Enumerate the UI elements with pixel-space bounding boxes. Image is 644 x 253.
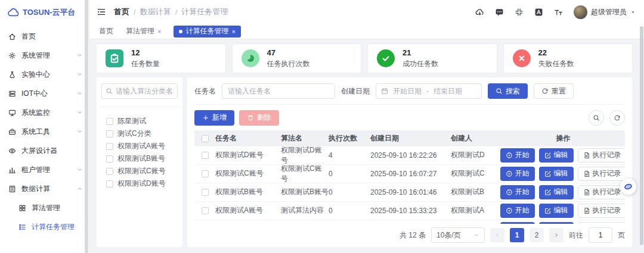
row-checkbox[interactable]	[202, 152, 209, 159]
breadcrumb-item[interactable]: 首页	[114, 7, 129, 17]
run-record-button[interactable]: 执行记录	[578, 167, 626, 181]
cell-actions: 开始编辑执行记录	[501, 167, 625, 181]
row-select-cell	[194, 207, 215, 214]
prev-page-button[interactable]	[490, 228, 504, 242]
fullscreen-button[interactable]	[515, 8, 524, 17]
checkbox[interactable]	[106, 130, 113, 138]
translate-button[interactable]	[534, 8, 543, 17]
select-all-checkbox[interactable]	[202, 135, 209, 142]
tab-label: 算法管理	[126, 26, 154, 36]
sidebar-item-monitor[interactable]: 系统监控	[0, 103, 89, 122]
pagination: 共 12 条 10条/页 12 前往	[194, 224, 625, 247]
page-button-1[interactable]: 1	[510, 228, 524, 242]
cell-task-name: 权限测试C账号	[215, 168, 281, 179]
page-size-select[interactable]: 10条/页	[431, 227, 485, 243]
checkbox[interactable]	[106, 143, 113, 150]
refresh-table-button[interactable]	[609, 110, 625, 126]
goto-page-input[interactable]	[589, 227, 612, 243]
sidebar-item-flask[interactable]: 实验中心	[0, 65, 89, 84]
column-header: 操作	[501, 133, 625, 143]
sidebar-item-label: 计算任务管理	[32, 222, 83, 232]
cell-creator: 权限测试C	[451, 168, 501, 179]
collapse-menu-icon[interactable]	[97, 7, 106, 17]
sidebar-item-chart[interactable]: 租户管理	[0, 160, 89, 179]
sidebar-item-screen[interactable]: 大屏设计器	[0, 141, 89, 160]
pie-icon	[242, 49, 259, 67]
row-checkbox[interactable]	[202, 207, 209, 214]
message-button[interactable]	[495, 8, 504, 17]
run-record-button[interactable]: 执行记录	[578, 185, 626, 199]
sidebar-item-calc[interactable]: 数据计算	[0, 179, 89, 198]
sidebar-item-grid[interactable]: 算法管理	[0, 198, 89, 217]
category-item[interactable]: 权限测试B账号	[101, 152, 178, 165]
delete-button[interactable]: 删除	[239, 110, 279, 126]
breadcrumb-item[interactable]: 计算任务管理	[181, 7, 228, 17]
checkbox[interactable]	[106, 168, 113, 175]
play-icon	[506, 207, 513, 214]
row-checkbox[interactable]	[202, 170, 209, 177]
run-record-button[interactable]: 执行记录	[578, 148, 626, 163]
edit-button[interactable]: 编辑	[539, 204, 574, 218]
category-search-box	[101, 83, 178, 99]
add-button[interactable]: 新增	[194, 110, 234, 126]
run-record-button[interactable]: 执行记录	[578, 204, 626, 218]
grid-icon	[18, 204, 26, 212]
content-area: 12任务数量47任务执行次数21成功任务数22失败任务数 陈星测试测试C分类权限…	[89, 39, 644, 253]
category-item[interactable]: 权限测试D账号	[101, 177, 178, 190]
cell-create-date: 2025-09-10 16:07:27	[370, 170, 451, 178]
sidebar-item-toolbox[interactable]: 系统工具	[0, 122, 89, 141]
category-item[interactable]: 陈星测试	[101, 115, 178, 127]
category-item[interactable]: 测试C分类	[101, 127, 178, 140]
category-item[interactable]: 权限测试C账号	[101, 165, 178, 177]
table-row: 权限测试C账号权限测试C账号02025-09-10 16:07:27权限测试C开…	[194, 165, 625, 183]
stat-label: 失败任务数	[538, 59, 574, 69]
doc-icon	[583, 152, 590, 159]
next-page-button[interactable]	[549, 228, 564, 242]
edit-button[interactable]: 编辑	[539, 185, 574, 199]
clipboard-icon	[106, 49, 123, 67]
start-button[interactable]: 开始	[500, 185, 535, 199]
checkbox[interactable]	[106, 155, 113, 163]
start-button[interactable]: 开始	[500, 204, 535, 218]
tab-1[interactable]: 算法管理×	[126, 26, 161, 36]
sidebar-item-iot[interactable]: IOT中心	[0, 84, 89, 103]
floating-widget-button[interactable]	[620, 179, 636, 195]
start-date-placeholder: 开始日期	[393, 86, 422, 96]
user-menu[interactable]: 超级管理员	[574, 5, 636, 19]
app-logo[interactable]: TOSUN-云平台	[0, 0, 89, 25]
toolbox-icon	[8, 128, 16, 136]
tab-2[interactable]: 计算任务管理×	[174, 26, 240, 38]
calc-icon	[8, 185, 16, 193]
check-icon	[380, 53, 391, 64]
sidebar-item-home[interactable]: 首页	[0, 27, 89, 46]
tab-0[interactable]: 首页	[99, 26, 113, 36]
row-checkbox[interactable]	[202, 189, 209, 196]
page-button-2[interactable]: 2	[530, 228, 544, 242]
start-button[interactable]: 开始	[500, 148, 535, 163]
tab-label: 首页	[99, 26, 113, 36]
date-range-picker[interactable]: 开始日期 - 结束日期	[376, 83, 482, 99]
sidebar-scrollbar[interactable]	[85, 0, 88, 253]
breadcrumb-item[interactable]: 数据计算	[140, 7, 171, 17]
start-button[interactable]: 开始	[500, 167, 535, 181]
search-button[interactable]: 搜索	[488, 83, 528, 99]
checkbox[interactable]	[106, 118, 113, 125]
sidebar-item-gear[interactable]: 系统管理	[0, 46, 89, 65]
play-icon	[506, 152, 513, 159]
category-search-input[interactable]	[116, 87, 174, 95]
fontsize-button[interactable]	[554, 8, 563, 17]
sidebar-item-tasklist[interactable]: 计算任务管理	[0, 217, 89, 236]
reset-button[interactable]: 重置	[534, 83, 574, 99]
cloud-down-button[interactable]	[475, 8, 484, 17]
task-name-input[interactable]	[222, 83, 335, 99]
edit-button[interactable]: 编辑	[539, 167, 574, 181]
category-item[interactable]: 权限测试A账号	[101, 140, 178, 152]
breadcrumb-separator: /	[175, 8, 178, 17]
edit-button[interactable]: 编辑	[539, 148, 574, 163]
stat-label: 任务执行次数	[267, 59, 310, 69]
tab-close-icon[interactable]: ×	[157, 28, 161, 35]
checkbox[interactable]	[106, 180, 113, 188]
page-scrollbar[interactable]	[640, 26, 643, 245]
tab-close-icon[interactable]: ×	[231, 28, 235, 35]
show-search-button[interactable]	[589, 110, 604, 126]
